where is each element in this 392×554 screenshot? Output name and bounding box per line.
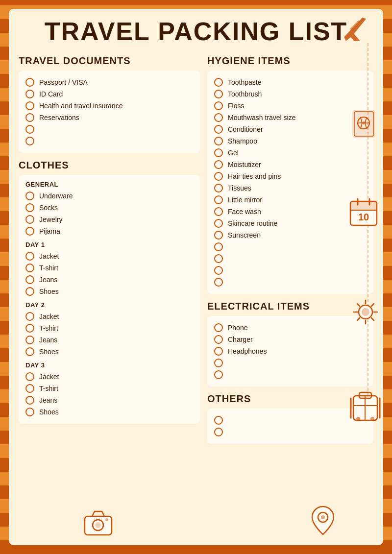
camera-icon [82, 509, 114, 536]
checkbox[interactable] [25, 227, 34, 236]
checkbox[interactable] [25, 252, 34, 261]
list-item[interactable]: Hair ties and pins [214, 170, 367, 182]
day2-subtitle: DAY 2 [25, 301, 193, 309]
list-item[interactable] [214, 369, 367, 381]
list-item[interactable]: Passport / VISA [25, 76, 193, 88]
list-item[interactable]: Toothbrush [214, 88, 367, 100]
list-item[interactable] [214, 426, 367, 438]
list-item[interactable] [214, 253, 367, 265]
checkbox[interactable] [25, 275, 34, 284]
checkbox[interactable] [214, 347, 223, 356]
checkbox[interactable] [25, 192, 34, 200]
checkbox[interactable] [214, 278, 223, 287]
list-item[interactable] [214, 276, 367, 288]
checkbox[interactable] [214, 254, 223, 263]
checkbox[interactable] [25, 336, 34, 344]
checkbox[interactable] [214, 266, 223, 275]
checkbox[interactable] [25, 264, 34, 272]
list-item[interactable] [25, 123, 193, 135]
checkbox[interactable] [214, 207, 223, 216]
checkbox[interactable] [25, 137, 34, 145]
list-item[interactable]: Underware [25, 190, 193, 202]
list-item[interactable]: Gel [214, 147, 367, 159]
list-item[interactable]: Shampoo [214, 135, 367, 147]
checkbox[interactable] [25, 287, 34, 296]
checkbox[interactable] [25, 408, 34, 416]
list-item[interactable]: Charger [214, 334, 367, 345]
page-title: TRAVEL PACKING LIST [19, 18, 373, 46]
list-item[interactable]: T-shirt [25, 383, 193, 394]
list-item[interactable] [214, 241, 367, 253]
checkbox[interactable] [214, 323, 223, 332]
svg-point-31 [95, 522, 101, 528]
checkbox[interactable] [214, 416, 223, 425]
checkbox[interactable] [214, 219, 223, 228]
checkbox[interactable] [25, 101, 34, 110]
list-item[interactable]: Toothpaste [214, 76, 367, 88]
electrical-title: ELECTRICAL ITEMS [207, 301, 373, 312]
checkbox[interactable] [25, 203, 34, 212]
list-item[interactable]: Jeans [25, 274, 193, 286]
checkbox[interactable] [214, 148, 223, 157]
checkbox[interactable] [214, 359, 223, 367]
checkbox[interactable] [214, 428, 223, 436]
list-item[interactable]: Tissues [214, 182, 367, 194]
checkbox[interactable] [214, 242, 223, 251]
list-item[interactable]: T-shirt [25, 262, 193, 274]
list-item[interactable]: Jeans [25, 394, 193, 406]
travel-documents-box: Passport / VISA ID Card Health and trave… [19, 71, 200, 153]
list-item[interactable]: Pijama [25, 225, 193, 237]
list-item[interactable]: Jeans [25, 334, 193, 346]
list-item[interactable]: Mouthwash travel size [214, 112, 367, 123]
list-item[interactable]: Moistutizer [214, 159, 367, 170]
list-item[interactable]: Shoes [25, 286, 193, 297]
list-item[interactable]: Headphones [214, 345, 367, 357]
list-item[interactable]: Sunscreen [214, 229, 367, 241]
list-item[interactable]: Reservations [25, 112, 193, 123]
checkbox[interactable] [214, 113, 223, 122]
list-item[interactable]: Socks [25, 202, 193, 214]
checkbox[interactable] [25, 384, 34, 393]
list-item[interactable]: Jacket [25, 311, 193, 322]
checkbox[interactable] [25, 347, 34, 356]
list-item[interactable] [214, 414, 367, 426]
list-item[interactable] [25, 135, 193, 147]
checkbox[interactable] [214, 125, 223, 134]
checkbox[interactable] [25, 312, 34, 321]
list-item[interactable]: Jewelry [25, 214, 193, 225]
checkbox[interactable] [214, 101, 223, 110]
list-item[interactable]: Conditioner [214, 123, 367, 135]
list-item[interactable]: Skincare routine [214, 217, 367, 229]
checkbox[interactable] [214, 78, 223, 87]
checkbox[interactable] [214, 90, 223, 98]
list-item[interactable]: Floss [214, 100, 367, 112]
checkbox[interactable] [25, 215, 34, 224]
checkbox[interactable] [214, 160, 223, 169]
list-item[interactable]: T-shirt [25, 322, 193, 334]
checkbox[interactable] [214, 370, 223, 379]
list-item[interactable]: ID Card [25, 88, 193, 100]
checkbox[interactable] [214, 172, 223, 181]
list-item[interactable]: Shoes [25, 346, 193, 358]
checkbox[interactable] [25, 372, 34, 381]
checkbox[interactable] [214, 137, 223, 145]
list-item[interactable] [214, 265, 367, 276]
list-item[interactable]: Jacket [25, 371, 193, 383]
checkbox[interactable] [25, 90, 34, 98]
checkbox[interactable] [214, 335, 223, 344]
list-item[interactable]: Health and travel insurance [25, 100, 193, 112]
checkbox[interactable] [214, 231, 223, 240]
checkbox[interactable] [214, 195, 223, 204]
checkbox[interactable] [25, 324, 34, 333]
list-item[interactable]: Jacket [25, 250, 193, 262]
checkbox[interactable] [214, 184, 223, 193]
checkbox[interactable] [25, 78, 34, 87]
list-item[interactable] [214, 357, 367, 369]
list-item[interactable]: Face wash [214, 206, 367, 217]
list-item[interactable]: Little mirror [214, 194, 367, 206]
checkbox[interactable] [25, 396, 34, 405]
checkbox[interactable] [25, 113, 34, 122]
checkbox[interactable] [25, 125, 34, 134]
list-item[interactable]: Phone [214, 322, 367, 334]
list-item[interactable]: Shoes [25, 406, 193, 418]
